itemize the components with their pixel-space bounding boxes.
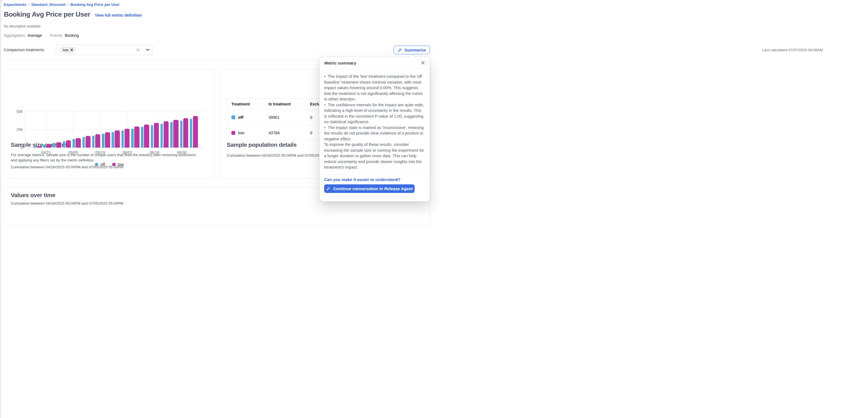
in-treatment-value: 39901 xyxy=(264,115,306,120)
bar-low-12 xyxy=(154,123,159,148)
y-tick-label: 50k xyxy=(16,109,23,114)
breadcrumb-separator: / xyxy=(66,2,70,7)
sparkles-icon xyxy=(398,48,402,53)
bar-low-9 xyxy=(125,129,130,148)
continue-in-release-agent-button[interactable]: Continue conversation in Release Agent xyxy=(324,184,414,193)
select-separator xyxy=(143,47,143,53)
bar-off-7 xyxy=(102,134,104,148)
bar-off-9 xyxy=(122,130,124,148)
events-value: Booking xyxy=(65,33,79,38)
bar-off-16 xyxy=(190,119,192,148)
column-header-in-treatment: In treatment xyxy=(264,102,306,106)
comparison-treatments-select[interactable]: low xyxy=(56,44,153,55)
treatment-cell: off xyxy=(227,115,264,120)
comparison-treatments-label: Comparison treatments xyxy=(4,48,44,52)
metric-description: No description available xyxy=(4,24,41,28)
bar-low-0 xyxy=(36,146,42,148)
treatment-color-swatch xyxy=(231,115,235,119)
panel-header: Metric summary xyxy=(320,57,430,69)
treatment-color-swatch xyxy=(231,131,235,135)
bar-low-3 xyxy=(66,140,71,148)
h-gridline-0 xyxy=(25,148,205,148)
bar-low-4 xyxy=(75,138,81,148)
bar-off-12 xyxy=(151,125,153,148)
bar-low-6 xyxy=(95,134,100,148)
y-tick-label: 0 xyxy=(21,145,23,150)
x-tick-label: 05/19 xyxy=(95,150,105,155)
legend-item-off[interactable]: off xyxy=(95,162,105,167)
metric-summary-panel: Metric summary • The impact of the 'low'… xyxy=(319,57,430,202)
bar-low-10 xyxy=(134,126,140,148)
sparkles-icon xyxy=(326,186,331,191)
bar-off-5 xyxy=(83,137,85,148)
easier-to-understand-link[interactable]: Can you make it easier to understand? xyxy=(324,177,401,182)
treatment-name: low xyxy=(238,130,244,135)
bar-low-16 xyxy=(193,116,198,148)
h-gridline-50k xyxy=(25,112,205,112)
bar-low-14 xyxy=(173,120,179,148)
legend-label: off xyxy=(100,162,105,167)
continue-button-label: Continue conversation in Release Agent xyxy=(333,186,413,191)
chart-legend: offlow xyxy=(4,162,215,167)
column-header-treatment: Treatment xyxy=(227,102,264,106)
legend-item-low[interactable]: low xyxy=(112,162,124,167)
aggregation-label: Aggregation: xyxy=(4,33,26,38)
bar-low-1 xyxy=(46,144,52,148)
bar-off-3 xyxy=(63,141,65,148)
chevron-down-icon[interactable] xyxy=(146,49,150,51)
v-gridline-04/21 xyxy=(46,112,46,148)
bar-low-7 xyxy=(105,132,110,148)
close-icon[interactable] xyxy=(421,61,425,65)
breadcrumb-separator: / xyxy=(26,2,31,7)
bar-off-11 xyxy=(141,127,144,148)
bar-off-13 xyxy=(160,124,163,148)
in-treatment-value: 43784 xyxy=(264,131,306,135)
bar-low-15 xyxy=(183,118,188,148)
bar-off-8 xyxy=(112,132,114,148)
values-over-time-title: Values over time xyxy=(11,192,55,199)
values-over-time-cumulative: Cumulative between 04/16/2025 05:00PM an… xyxy=(11,201,123,206)
x-tick-label: 04/21 xyxy=(41,150,51,155)
sample-size-bar-chart: 025k50k04/2105/0505/1906/0206/1606/30 xyxy=(25,112,205,148)
breadcrumb-item-booking-avg-price-per-user[interactable]: Booking Avg Price per User xyxy=(70,2,120,7)
breadcrumb-item-standard-discount[interactable]: Standard_Discount xyxy=(31,2,66,7)
treatment-cell: low xyxy=(227,130,264,135)
legend-dot-low xyxy=(112,163,116,167)
summarize-button[interactable]: Summarize xyxy=(394,46,430,54)
aggregation-value: Average xyxy=(27,33,42,38)
treatment-tag-low[interactable]: low xyxy=(60,47,76,53)
bar-low-5 xyxy=(86,136,91,148)
x-tick-label: 05/05 xyxy=(68,150,78,155)
legend-dot-off xyxy=(95,163,98,167)
bar-low-8 xyxy=(115,130,120,148)
breadcrumb-item-experiments[interactable]: Experiments xyxy=(4,2,26,7)
bar-off-4 xyxy=(72,139,75,148)
summary-text: • The impact of the 'low' treatment comp… xyxy=(324,73,425,170)
bar-off-15 xyxy=(180,121,183,148)
bar-off-2 xyxy=(53,143,56,148)
summary-note: To improve the quality of these results,… xyxy=(324,142,425,170)
sample-population-title: Sample population details xyxy=(227,142,297,148)
breadcrumb: Experiments/Standard_Discount/Booking Av… xyxy=(4,2,120,7)
x-tick-label: 06/30 xyxy=(177,150,187,155)
summary-bullet-2: • The confidence intervals for the impac… xyxy=(324,102,425,125)
clear-selection-icon[interactable] xyxy=(136,48,140,52)
bar-low-13 xyxy=(163,121,169,148)
bar-off-0 xyxy=(33,146,36,148)
bar-low-11 xyxy=(144,125,149,148)
x-tick-label: 06/16 xyxy=(150,150,159,155)
left-edge-strip xyxy=(0,0,1,209)
page-title: Booking Avg Price per User xyxy=(4,10,90,18)
view-metric-definition-link[interactable]: View full metric definition xyxy=(95,13,142,18)
tag-remove-icon[interactable] xyxy=(70,49,73,51)
bar-off-10 xyxy=(131,129,134,148)
treatment-tag-label: low xyxy=(63,48,68,52)
panel-divider xyxy=(324,174,425,175)
bar-off-6 xyxy=(92,136,95,148)
page-header: Booking Avg Price per User View full met… xyxy=(4,10,142,18)
x-tick-label: 06/02 xyxy=(123,150,132,155)
bar-off-1 xyxy=(43,145,46,148)
legend-label: low xyxy=(118,162,124,167)
summarize-button-label: Summarize xyxy=(404,48,426,52)
bar-low-2 xyxy=(56,142,61,148)
